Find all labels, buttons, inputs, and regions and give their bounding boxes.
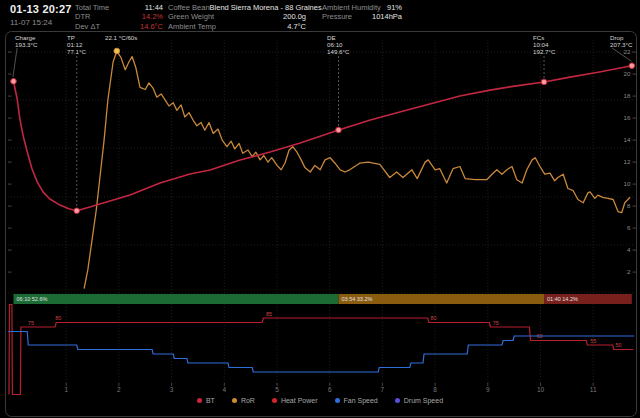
svg-text:75: 75: [493, 320, 499, 326]
svg-text:6: 6: [627, 224, 631, 231]
stat-dev-dt: Dev ΔT 14.6°C: [75, 22, 163, 31]
svg-text:20: 20: [624, 70, 631, 77]
svg-text:207.3°C: 207.3°C: [610, 41, 633, 48]
svg-text:8: 8: [627, 202, 631, 209]
svg-text:06:10 52.6%: 06:10 52.6%: [17, 296, 48, 302]
svg-text:14: 14: [624, 136, 631, 143]
chart-panel-border: [6, 32, 637, 417]
svg-text:2: 2: [627, 268, 631, 275]
stat-coffee-bean: Coffee Bean Blend Sierra Morena - 88 Gra…: [168, 3, 306, 12]
stat-pressure: Pressure 1014hPa: [322, 12, 402, 21]
svg-text:4: 4: [627, 246, 631, 253]
svg-text:9: 9: [486, 386, 490, 393]
svg-text:10: 10: [624, 180, 631, 187]
svg-text:55: 55: [590, 338, 596, 344]
svg-text:1: 1: [64, 386, 68, 393]
svg-text:12: 12: [624, 158, 631, 165]
stat-dtr: DTR 14.2%: [75, 12, 163, 21]
event-annotations: Charge193.3°CTP01:1277.1°C22.1 °C/60sDE0…: [11, 34, 635, 214]
secondary-datetime: 11-07 15:24: [10, 18, 72, 27]
stats-time-column: Total Time 11:44 DTR 14.2% Dev ΔT 14.6°C: [75, 3, 163, 31]
svg-text:80: 80: [55, 315, 61, 321]
svg-text:192.7°C: 192.7°C: [533, 48, 556, 55]
svg-text:149.6°C: 149.6°C: [327, 48, 350, 55]
svg-text:22.1 °C/60s: 22.1 °C/60s: [105, 34, 137, 41]
svg-text:75: 75: [28, 320, 34, 326]
svg-text:80: 80: [430, 315, 436, 321]
time-axis: 1234567891011: [64, 383, 597, 393]
svg-text:5: 5: [275, 386, 279, 393]
svg-text:3: 3: [170, 386, 174, 393]
svg-text:03:54 33.2%: 03:54 33.2%: [342, 296, 373, 302]
svg-text:50: 50: [615, 342, 621, 348]
ror-curve: [84, 51, 630, 289]
stats-env-column: Ambient Humidity 91% Pressure 1014hPa: [322, 3, 402, 22]
stat-ambient-temp: Ambient Temp 4.7°C: [168, 22, 306, 31]
svg-text:8: 8: [433, 386, 437, 393]
svg-text:2: 2: [117, 386, 121, 393]
stat-green-weight: Green Weight 200.0g: [168, 12, 306, 21]
chart-legend: BT RoR Heat Power Fan Speed Drum Speed: [0, 394, 640, 407]
header: 01-13 20:27 11-07 15:24 Total Time 11:44…: [0, 0, 640, 31]
bt-curve: [14, 66, 632, 211]
roast-datetime: 01-13 20:27: [10, 3, 72, 15]
svg-text:10: 10: [537, 386, 545, 393]
svg-text:01:40 14.2%: 01:40 14.2%: [547, 296, 578, 302]
svg-text:77.1°C: 77.1°C: [67, 48, 87, 55]
phase-bar: 06:10 52.6%03:54 33.2%01:40 14.2%: [14, 294, 632, 304]
svg-text:193.3°C: 193.3°C: [15, 41, 38, 48]
svg-text:4: 4: [222, 386, 226, 393]
svg-text:22: 22: [624, 48, 631, 55]
roast-date-block: 01-13 20:27 11-07 15:24: [10, 3, 72, 27]
bt-series-dot-icon: [197, 398, 202, 403]
roast-graph: 24681012141618202206:10 52.6%03:54 33.2%…: [0, 0, 640, 418]
legend-item-bt[interactable]: BT: [197, 397, 215, 404]
ror-series-dot-icon: [232, 398, 237, 403]
svg-text:85: 85: [266, 311, 272, 317]
heat-power-series-dot-icon: [272, 398, 277, 403]
stats-bean-column: Coffee Bean Blend Sierra Morena - 88 Gra…: [168, 3, 306, 31]
legend-item-drum-speed[interactable]: Drum Speed: [395, 397, 443, 404]
legend-item-fan-speed[interactable]: Fan Speed: [335, 397, 378, 404]
stat-ambient-humidity: Ambient Humidity 91%: [322, 3, 402, 12]
svg-text:7: 7: [381, 386, 385, 393]
drum-speed-series-dot-icon: [395, 398, 400, 403]
event-lines: [77, 56, 544, 207]
svg-text:6: 6: [328, 386, 332, 393]
svg-text:16: 16: [624, 114, 631, 121]
fan-speed-series-dot-icon: [335, 398, 340, 403]
legend-item-heat-power[interactable]: Heat Power: [272, 397, 318, 404]
stat-total-time: Total Time 11:44: [75, 3, 163, 12]
roast-monitor-screen: 24681012141618202206:10 52.6%03:54 33.2%…: [0, 0, 640, 418]
svg-text:11: 11: [590, 386, 597, 393]
svg-text:18: 18: [624, 92, 631, 99]
legend-item-ror[interactable]: RoR: [232, 397, 255, 404]
